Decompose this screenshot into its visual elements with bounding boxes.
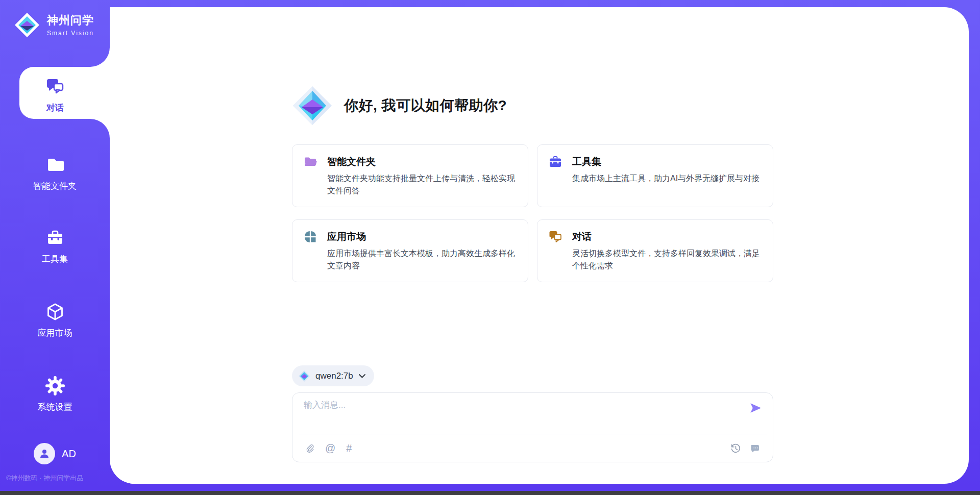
greeting-diamond-icon bbox=[292, 85, 333, 126]
card-toolset[interactable]: 工具集 集成市场上主流工具，助力AI与外界无缝扩展与对接 bbox=[537, 144, 773, 207]
card-description: 智能文件夹功能支持批量文件上传与清洗，轻松实现文件问答 bbox=[327, 172, 517, 197]
copyright-footer: ©神州数码 · 神州问学出品 bbox=[6, 474, 83, 483]
chevron-down-icon bbox=[358, 374, 366, 379]
sidebar-item-smart-folder[interactable]: 智能文件夹 bbox=[0, 155, 110, 192]
card-app-market[interactable]: 应用市场 应用市场提供丰富长文本模板，助力高效生成多样化文章内容 bbox=[292, 219, 528, 282]
card-title: 智能文件夹 bbox=[327, 155, 376, 168]
sidebar-item-settings[interactable]: 系统设置 bbox=[0, 376, 110, 413]
history-button[interactable] bbox=[730, 443, 741, 454]
greeting-title: 你好, 我可以如何帮助你? bbox=[344, 96, 507, 115]
cube-icon bbox=[45, 302, 65, 322]
main-panel: 你好, 我可以如何帮助你? 智能文件夹 智能文件夹功能支持批量文件上传与清洗，轻… bbox=[110, 7, 969, 484]
gear-icon bbox=[45, 376, 65, 396]
sidebar-item-chat[interactable]: 对话 bbox=[0, 77, 110, 114]
sidebar-item-label: 对话 bbox=[0, 102, 110, 114]
hashtag-button[interactable]: # bbox=[346, 443, 352, 453]
folder-icon bbox=[45, 155, 65, 175]
app-subtitle: Smart Vision bbox=[47, 30, 94, 37]
mention-button[interactable]: @ bbox=[325, 443, 335, 453]
message-icon bbox=[750, 443, 761, 454]
message-panel-button[interactable] bbox=[750, 443, 761, 454]
feature-cards: 智能文件夹 智能文件夹功能支持批量文件上传与清洗，轻松实现文件问答 bbox=[292, 144, 773, 282]
model-name: qwen2:7b bbox=[315, 371, 353, 381]
brand-logo: 神州问学 Smart Vision bbox=[14, 12, 110, 38]
active-tab-fillet-top bbox=[90, 47, 110, 67]
model-selector[interactable]: qwen2:7b bbox=[292, 365, 374, 386]
window-bottom-edge bbox=[0, 491, 980, 495]
main-content: 你好, 我可以如何帮助你? 智能文件夹 智能文件夹功能支持批量文件上传与清洗，轻… bbox=[292, 7, 773, 484]
card-description: 灵活切换多模型文件，支持多样回复效果调试，满足个性化需求 bbox=[572, 247, 762, 273]
sidebar-item-label: 智能文件夹 bbox=[0, 180, 110, 192]
card-smart-folder[interactable]: 智能文件夹 智能文件夹功能支持批量文件上传与清洗，轻松实现文件问答 bbox=[292, 144, 528, 207]
message-input[interactable] bbox=[304, 400, 749, 410]
user-name: AD bbox=[62, 448, 76, 460]
card-chat[interactable]: 对话 灵活切换多模型文件，支持多样回复效果调试，满足个性化需求 bbox=[537, 219, 773, 282]
at-icon: @ bbox=[325, 443, 335, 453]
avatar[interactable] bbox=[34, 443, 55, 464]
history-icon bbox=[730, 443, 741, 454]
card-title: 工具集 bbox=[572, 155, 601, 168]
sidebar-item-app-market[interactable]: 应用市场 bbox=[0, 302, 110, 339]
paperclip-icon bbox=[305, 443, 314, 454]
toolbox-icon bbox=[549, 155, 562, 168]
chat-icon bbox=[45, 77, 65, 97]
app-market-icon bbox=[304, 230, 317, 243]
send-icon bbox=[749, 401, 763, 415]
sidebar-item-toolset[interactable]: 工具集 bbox=[0, 228, 110, 265]
attachment-button[interactable] bbox=[305, 443, 314, 454]
user-profile[interactable]: AD bbox=[0, 443, 110, 464]
sidebar: 神州问学 Smart Vision 对话 智能文件夹 bbox=[0, 0, 110, 491]
message-composer: @ # bbox=[292, 392, 773, 462]
app-title: 神州问学 bbox=[47, 14, 94, 27]
send-button[interactable] bbox=[749, 401, 763, 415]
card-description: 应用市场提供丰富长文本模板，助力高效生成多样化文章内容 bbox=[327, 247, 517, 273]
card-title: 应用市场 bbox=[327, 230, 366, 243]
sidebar-item-label: 系统设置 bbox=[0, 401, 110, 413]
chat-icon bbox=[549, 230, 562, 243]
brand-diamond-icon bbox=[14, 12, 40, 38]
person-icon bbox=[38, 448, 51, 460]
toolbox-icon bbox=[45, 228, 65, 248]
active-tab-fillet-bottom bbox=[90, 119, 110, 138]
card-description: 集成市场上主流工具，助力AI与外界无缝扩展与对接 bbox=[572, 172, 762, 185]
sidebar-item-label: 工具集 bbox=[0, 253, 110, 265]
sidebar-item-label: 应用市场 bbox=[0, 327, 110, 339]
greeting-block: 你好, 我可以如何帮助你? bbox=[292, 85, 773, 126]
hashtag-icon: # bbox=[346, 443, 352, 453]
folder-open-icon bbox=[304, 155, 317, 168]
model-logo-diamond-icon bbox=[298, 370, 310, 382]
card-title: 对话 bbox=[572, 230, 592, 243]
